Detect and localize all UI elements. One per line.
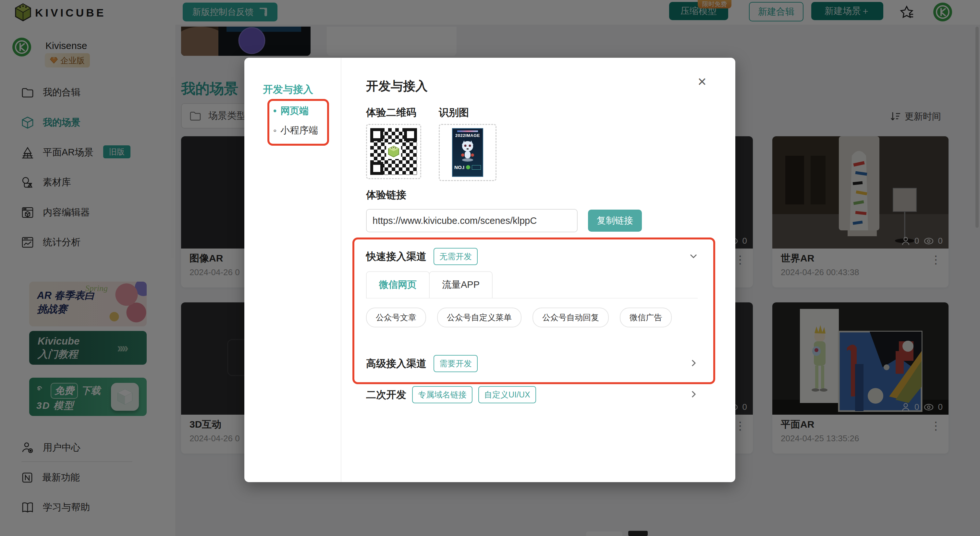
chevron-right-icon[interactable] xyxy=(688,358,699,369)
experience-qr-code[interactable] xyxy=(366,124,421,179)
tab-traffic-app[interactable]: 流量APP xyxy=(429,271,493,299)
tab-label: 微信网页 xyxy=(379,278,417,291)
poster-gradient-bar xyxy=(457,130,478,132)
qr-section-label: 体验二维码 xyxy=(366,106,416,119)
advanced-channel-title: 高级接入渠道 xyxy=(366,357,426,371)
modal-nav-title: 开发与接入 xyxy=(263,83,313,96)
custom-ui-badge: 自定义UI/UX xyxy=(478,386,536,403)
quick-channel-title: 快速接入渠道 xyxy=(366,250,426,264)
modal-nav-item-web[interactable]: • 网页端 xyxy=(273,105,309,118)
chevron-right-icon[interactable] xyxy=(688,389,699,400)
chip-custom-menu[interactable]: 公众号自定义菜单 xyxy=(437,308,522,328)
experience-link-input[interactable]: https://www.kivicube.com/scenes/klppC xyxy=(366,209,578,232)
develop-integrate-modal: 开发与接入 • 网页端 ◦ 小程序端 开发与接入 × 体验二维码 识别图 xyxy=(244,58,735,482)
secondary-dev-row[interactable]: 二次开发 专属域名链接 自定义UI/UX xyxy=(366,386,536,403)
poster-footer: NO.I xyxy=(454,164,481,170)
qr-pattern xyxy=(370,128,417,175)
copy-link-label: 复制链接 xyxy=(597,215,633,227)
modal-nav-divider xyxy=(341,58,341,482)
custom-domain-badge: 专属域名链接 xyxy=(412,386,473,403)
qr-finder xyxy=(370,162,383,175)
poster-logo-dot xyxy=(466,165,470,169)
chevron-down-icon[interactable] xyxy=(688,250,699,261)
qr-finder xyxy=(404,128,417,141)
chip-official-article[interactable]: 公众号文章 xyxy=(366,308,426,328)
close-icon[interactable]: × xyxy=(698,74,706,89)
qr-center-logo xyxy=(386,144,401,159)
qr-finder xyxy=(370,128,383,141)
experience-link-label: 体验链接 xyxy=(366,188,406,202)
bullet-icon: • xyxy=(273,106,277,116)
app-root: KIVICUBE 新版控制台反馈 压缩模型 限时免费 新建合辑 新 xyxy=(0,0,980,536)
modal-title: 开发与接入 xyxy=(366,78,428,94)
tab-label: 流量APP xyxy=(442,278,480,291)
chip-wechat-ads[interactable]: 微信广告 xyxy=(620,308,672,328)
need-dev-badge: 需要开发 xyxy=(434,355,478,372)
chip-auto-reply[interactable]: 公众号自动回复 xyxy=(533,308,609,328)
tab-bottom-line xyxy=(366,298,698,299)
poster-rank-text: NO.I xyxy=(454,164,465,170)
no-dev-badge: 无需开发 xyxy=(434,248,478,265)
nav-item-label: 网页端 xyxy=(280,105,309,118)
experience-link-value: https://www.kivicube.com/scenes/klppC xyxy=(372,215,537,226)
channel-chips: 公众号文章 公众号自定义菜单 公众号自动回复 微信广告 xyxy=(366,308,672,328)
nav-item-label: 小程序端 xyxy=(280,124,318,137)
marker-image[interactable]: 2022IMAGE NO.I xyxy=(439,124,496,181)
bullet-icon: ◦ xyxy=(273,125,277,136)
poster-header-text: 2022IMAGE xyxy=(455,133,480,138)
copy-link-button[interactable]: 复制链接 xyxy=(588,210,642,232)
poster-tag-box xyxy=(472,165,481,170)
quick-channel-row: 快速接入渠道 无需开发 xyxy=(366,248,478,265)
tab-wechat-web[interactable]: 微信网页 xyxy=(366,271,430,299)
marker-poster: 2022IMAGE NO.I xyxy=(452,128,483,177)
modal-nav-item-miniprogram[interactable]: ◦ 小程序端 xyxy=(273,124,318,137)
marker-section-label: 识别图 xyxy=(439,106,469,119)
poster-character xyxy=(458,138,477,163)
secondary-dev-title: 二次开发 xyxy=(366,388,406,402)
advanced-channel-row[interactable]: 高级接入渠道 需要开发 xyxy=(366,355,478,372)
